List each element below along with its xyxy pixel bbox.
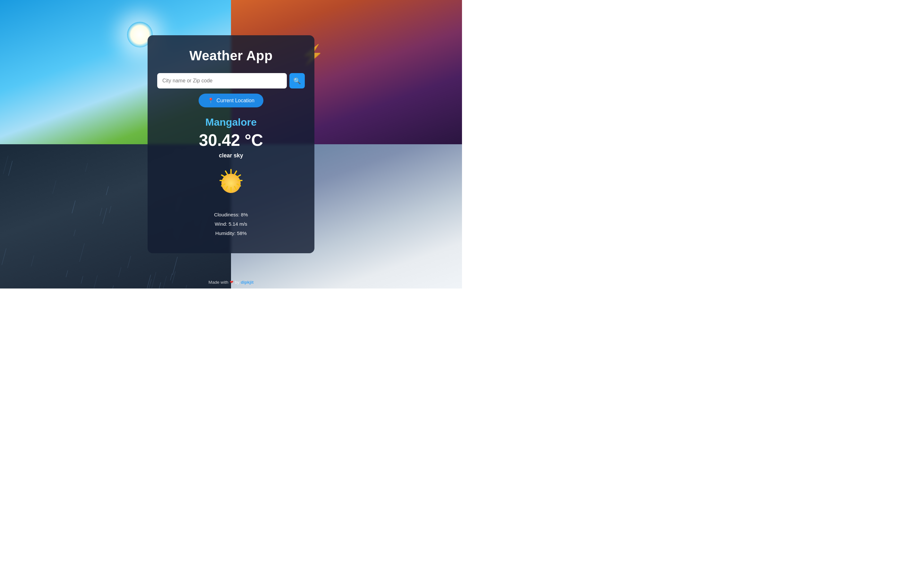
city-name: Mangalore (205, 116, 257, 128)
rain-line (100, 208, 102, 216)
sun-ray (230, 169, 232, 174)
rain-line (102, 208, 107, 223)
rain-line (128, 256, 131, 268)
weather-description: clear sky (219, 152, 243, 159)
rain-line (85, 163, 87, 172)
rain-line (145, 275, 151, 288)
humidity-value: Humidity: 58% (214, 229, 248, 238)
search-row: 🔍 (157, 73, 305, 89)
location-button-label: Current Location (216, 98, 254, 103)
rain-line (52, 180, 56, 193)
wind-value: Wind: 5.14 m/s (214, 219, 248, 229)
sun-icon (212, 164, 250, 203)
footer-author: dipkjit (241, 280, 254, 285)
temperature: 30.42 °C (199, 131, 263, 150)
search-input[interactable] (157, 73, 287, 89)
rain-line (8, 161, 13, 176)
cloudiness-value: Cloudiness: 8% (214, 210, 248, 219)
rain-line (183, 285, 187, 288)
rain-line (118, 267, 121, 277)
footer: Made with ❤ by dipkjit (208, 279, 254, 285)
search-icon: 🔍 (293, 77, 301, 85)
rain-line (162, 276, 166, 288)
weather-card: Weather App 🔍 📍 Current Location Mangalo… (148, 35, 314, 253)
rain-line (110, 285, 113, 288)
rain-line (2, 248, 6, 265)
rain-line (170, 274, 172, 280)
rain-line (93, 276, 97, 288)
footer-prefix: Made with (208, 280, 228, 285)
rain-line (3, 156, 8, 174)
rain-line (73, 229, 75, 236)
rain-line (31, 255, 34, 266)
rain-line (109, 206, 111, 213)
search-button[interactable]: 🔍 (289, 73, 305, 89)
current-location-button[interactable]: 📍 Current Location (199, 93, 263, 107)
app-title: Weather App (189, 48, 273, 63)
rain-line (66, 271, 68, 277)
sun-ray (236, 174, 241, 177)
weather-details: Cloudiness: 8% Wind: 5.14 m/s Humidity: … (214, 210, 248, 238)
rain-line (79, 243, 84, 262)
rain-line (106, 186, 108, 195)
sun-ray (237, 180, 242, 181)
footer-by: by (235, 280, 239, 285)
rain-line (152, 272, 156, 288)
sun-ray (230, 187, 232, 192)
sun-ray (220, 180, 225, 181)
location-icon: 📍 (208, 97, 214, 103)
rain-line (81, 276, 83, 284)
footer-heart: ❤ (230, 279, 234, 285)
sun-ray (225, 170, 228, 175)
sun-ray (234, 170, 237, 175)
rain-line (156, 282, 161, 288)
rain-line (71, 200, 75, 213)
